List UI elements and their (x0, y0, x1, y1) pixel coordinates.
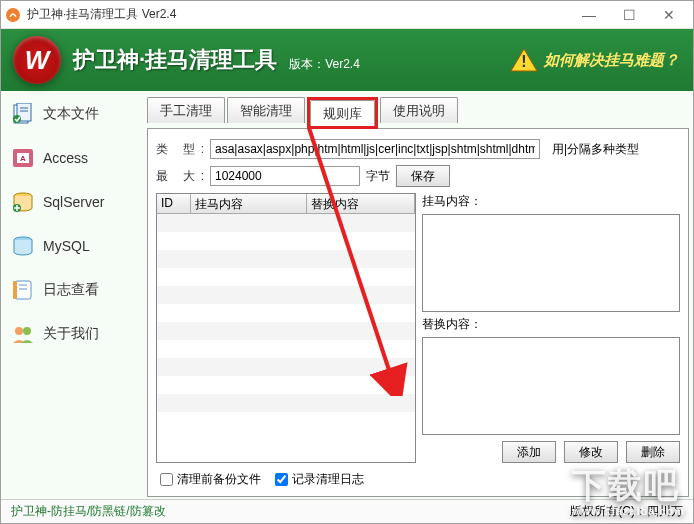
max-row: 最 大: 字节 保存 (156, 165, 680, 187)
svg-point-0 (6, 8, 20, 22)
window-controls: — ☐ ✕ (569, 3, 689, 27)
th-content[interactable]: 挂马内容 (191, 194, 307, 213)
footer-link[interactable]: 护卫神-防挂马/防黑链/防篡改 (11, 503, 166, 520)
sidebar: 文本文件 A Access SqlServer MySQL 日志查看 关于我们 (1, 91, 141, 499)
mysql-icon (11, 235, 35, 257)
sidebar-item-textfile[interactable]: 文本文件 (7, 101, 135, 127)
edit-column: 挂马内容： 替换内容： 添加 修改 删除 (422, 193, 680, 463)
replace-textarea-label: 替换内容： (422, 316, 680, 333)
table-row[interactable] (157, 232, 415, 250)
svg-rect-16 (13, 281, 17, 299)
sidebar-item-label: Access (43, 150, 88, 166)
sidebar-item-label: MySQL (43, 238, 90, 254)
th-id[interactable]: ID (157, 194, 191, 213)
replace-textarea[interactable] (422, 337, 680, 435)
svg-point-17 (15, 327, 23, 335)
version-label: 版本：Ver2.4 (289, 56, 360, 73)
log-checkbox[interactable] (275, 473, 288, 486)
window-title: 护卫神·挂马清理工具 Ver2.4 (27, 6, 569, 23)
table-header: ID 挂马内容 替换内容 (157, 194, 415, 214)
help-link[interactable]: ! 如何解决挂马难题？ (510, 48, 679, 72)
sidebar-item-label: SqlServer (43, 194, 104, 210)
rules-panel: 类 型: 用|分隔多种类型 最 大: 字节 保存 ID (147, 128, 689, 497)
app-icon (5, 7, 21, 23)
table-row[interactable] (157, 412, 415, 430)
table-row[interactable] (157, 286, 415, 304)
svg-point-18 (23, 327, 31, 335)
tab-rules[interactable]: 规则库 (310, 100, 375, 126)
svg-text:A: A (20, 154, 26, 163)
sqlserver-icon (11, 191, 35, 213)
table-row[interactable] (157, 268, 415, 286)
rules-table-column: ID 挂马内容 替换内容 (156, 193, 416, 463)
status-bar: 护卫神-防挂马/防黑链/防篡改 版权所有(C)：四川万 (1, 499, 693, 523)
sidebar-item-label: 文本文件 (43, 105, 99, 123)
sidebar-item-logs[interactable]: 日志查看 (7, 277, 135, 303)
copyright-text: 版权所有(C)：四川万 (570, 503, 683, 520)
sidebar-item-access[interactable]: A Access (7, 145, 135, 171)
save-button[interactable]: 保存 (396, 165, 450, 187)
maximize-button[interactable]: ☐ (609, 3, 649, 27)
access-icon: A (11, 147, 35, 169)
svg-text:!: ! (521, 53, 526, 70)
max-unit: 字节 (366, 168, 390, 185)
warning-icon: ! (510, 48, 538, 72)
table-row[interactable] (157, 340, 415, 358)
about-icon (11, 323, 35, 345)
sidebar-item-sqlserver[interactable]: SqlServer (7, 189, 135, 215)
tab-smart-clean[interactable]: 智能清理 (227, 97, 305, 123)
table-row[interactable] (157, 214, 415, 232)
main-split: ID 挂马内容 替换内容 (156, 193, 680, 463)
sidebar-item-about[interactable]: 关于我们 (7, 321, 135, 347)
table-row[interactable] (157, 394, 415, 412)
edit-button[interactable]: 修改 (564, 441, 618, 463)
max-label: 最 大: (156, 168, 204, 185)
type-label: 类 型: (156, 141, 204, 158)
content-textarea[interactable] (422, 214, 680, 312)
sidebar-item-label: 关于我们 (43, 325, 99, 343)
textfile-icon (11, 103, 35, 125)
titlebar: 护卫神·挂马清理工具 Ver2.4 — ☐ ✕ (1, 1, 693, 29)
log-checkbox-label[interactable]: 记录清理日志 (275, 471, 364, 488)
table-body (157, 214, 415, 462)
app-header: W 护卫神·挂马清理工具 版本：Ver2.4 ! 如何解决挂马难题？ (1, 29, 693, 91)
body: 文本文件 A Access SqlServer MySQL 日志查看 关于我们 (1, 91, 693, 499)
content-area: 手工清理 智能清理 规则库 使用说明 类 型: 用|分隔多种类型 最 大: 字节… (141, 91, 693, 499)
app-window: 护卫神·挂马清理工具 Ver2.4 — ☐ ✕ W 护卫神·挂马清理工具 版本：… (0, 0, 694, 524)
tab-help[interactable]: 使用说明 (380, 97, 458, 123)
logo-icon: W (13, 36, 61, 84)
table-row[interactable] (157, 304, 415, 322)
table-row[interactable] (157, 376, 415, 394)
table-row[interactable] (157, 358, 415, 376)
tab-manual-clean[interactable]: 手工清理 (147, 97, 225, 123)
backup-checkbox[interactable] (160, 473, 173, 486)
svg-rect-13 (15, 281, 31, 299)
delete-button[interactable]: 删除 (626, 441, 680, 463)
type-hint: 用|分隔多种类型 (552, 141, 639, 158)
tab-bar: 手工清理 智能清理 规则库 使用说明 (147, 97, 689, 129)
type-row: 类 型: 用|分隔多种类型 (156, 139, 680, 159)
sidebar-item-label: 日志查看 (43, 281, 99, 299)
max-input[interactable] (210, 166, 360, 186)
minimize-button[interactable]: — (569, 3, 609, 27)
sidebar-item-mysql[interactable]: MySQL (7, 233, 135, 259)
active-tab-highlight: 规则库 (307, 97, 378, 129)
table-row[interactable] (157, 322, 415, 340)
action-buttons: 添加 修改 删除 (422, 441, 680, 463)
rules-table[interactable]: ID 挂马内容 替换内容 (156, 193, 416, 463)
table-row[interactable] (157, 250, 415, 268)
th-replace[interactable]: 替换内容 (307, 194, 415, 213)
options-row: 清理前备份文件 记录清理日志 (156, 471, 680, 488)
log-icon (11, 279, 35, 301)
type-input[interactable] (210, 139, 540, 159)
content-textarea-label: 挂马内容： (422, 193, 680, 210)
app-title: 护卫神·挂马清理工具 (73, 45, 277, 75)
add-button[interactable]: 添加 (502, 441, 556, 463)
backup-checkbox-label[interactable]: 清理前备份文件 (160, 471, 261, 488)
close-button[interactable]: ✕ (649, 3, 689, 27)
